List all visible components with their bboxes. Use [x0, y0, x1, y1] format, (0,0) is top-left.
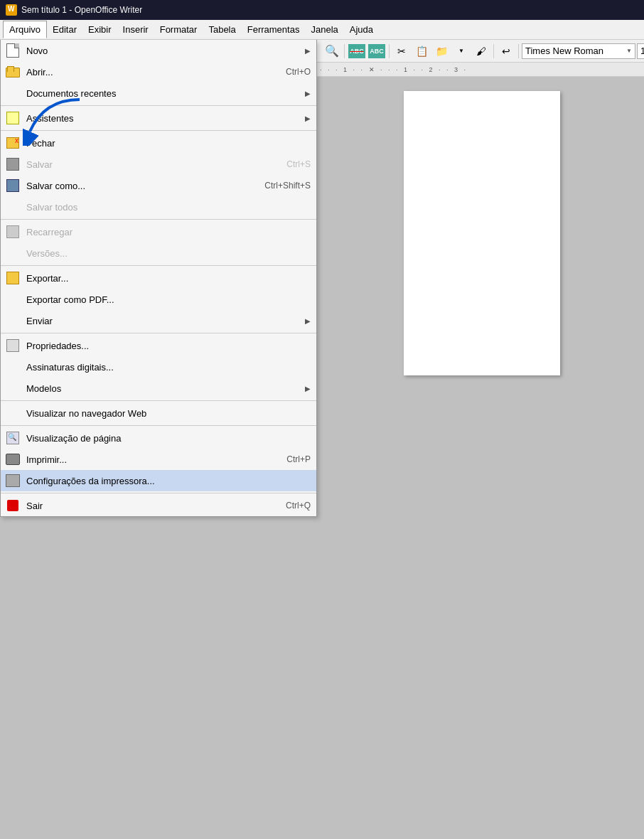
menu-item-novo[interactable]: Novo ▶ [1, 40, 316, 61]
paste-dropdown-button[interactable]: ▼ [452, 42, 471, 60]
recarregar-icon [4, 223, 22, 241]
toolbar-separator-2 [389, 44, 390, 58]
spellcheck2-icon: ABC [368, 44, 385, 58]
propriedades-icon [4, 336, 22, 355]
spellcheck2-button[interactable]: ABC [367, 42, 386, 60]
imprimir-label: Imprimir... [26, 454, 272, 465]
salvar-como-icon [4, 176, 22, 195]
menu-arquivo[interactable]: Arquivo [3, 21, 47, 38]
exportar-pdf-label: Exportar como PDF... [26, 294, 311, 305]
salvar-todos-label: Salvar todos [26, 202, 311, 213]
configuracoes-label: Configurações da impressora... [26, 476, 311, 486]
menu-exibir[interactable]: Exibir [82, 21, 117, 38]
app-icon [6, 4, 17, 16]
save-as-icon [6, 179, 19, 192]
sep-5 [1, 333, 316, 333]
menu-item-imprimir[interactable]: Imprimir... Ctrl+P [1, 449, 316, 470]
exportar-icon [4, 269, 22, 287]
menu-item-exportar-pdf[interactable]: Exportar como PDF... [1, 289, 316, 310]
paste-dropdown-icon: ▼ [458, 48, 464, 54]
abrir-shortcut: Ctrl+O [286, 67, 311, 77]
assistentes-icon [4, 109, 22, 127]
salvar-todos-icon [4, 198, 22, 216]
assinaturas-icon [4, 358, 22, 376]
salvar-como-shortcut: Ctrl+Shift+S [264, 181, 311, 191]
format-brush-button[interactable]: 🖌 [472, 42, 490, 60]
sep-6 [1, 400, 316, 401]
document-area [320, 77, 644, 839]
menu-item-web[interactable]: Visualizar no navegador Web [1, 402, 316, 424]
sep-2 [1, 130, 316, 131]
window-title: Sem título 1 - OpenOffice Writer [21, 5, 142, 15]
spellcheck1-button[interactable]: ABC [348, 42, 366, 60]
sair-shortcut: Ctrl+Q [286, 501, 311, 511]
font-size-value: 12 [640, 46, 644, 56]
assinaturas-label: Assinaturas digitais... [26, 362, 311, 373]
menu-item-salvar-todos: Salvar todos [1, 196, 316, 218]
format-brush-icon: 🖌 [476, 46, 486, 57]
close-doc-icon [6, 137, 19, 149]
menu-inserir[interactable]: Inserir [117, 21, 154, 38]
menu-item-preview[interactable]: Visualização de página [1, 427, 316, 449]
menu-item-fechar[interactable]: Fechar [1, 132, 316, 154]
enviar-label: Enviar [26, 316, 305, 326]
menu-item-recentes[interactable]: Documentos recentes ▶ [1, 82, 316, 104]
salvar-shortcut: Ctrl+S [286, 159, 311, 169]
fechar-icon [4, 134, 22, 152]
configuracoes-icon [4, 471, 22, 490]
cut-button[interactable]: ✂ [392, 42, 411, 60]
props-icon [6, 339, 19, 352]
undo-icon: ↩ [502, 46, 510, 57]
open-file-icon [6, 66, 20, 78]
menu-item-modelos[interactable]: Modelos ▶ [1, 378, 316, 399]
menu-janela[interactable]: Janela [305, 21, 343, 38]
fechar-label: Fechar [26, 138, 311, 149]
menu-item-assinaturas[interactable]: Assinaturas digitais... [1, 356, 316, 378]
sep-7 [1, 425, 316, 426]
undo-button[interactable]: ↩ [497, 42, 515, 60]
ruler-content: · · · 1 · · ✕ · · · 1 · · 2 · · 3 · [320, 63, 644, 76]
menu-formatar[interactable]: Formatar [154, 21, 203, 38]
copy-button[interactable]: 📋 [412, 42, 431, 60]
enviar-icon [4, 311, 22, 330]
menu-item-enviar[interactable]: Enviar ▶ [1, 310, 316, 331]
novo-label: Novo [26, 46, 305, 56]
abrir-label: Abrir... [26, 67, 272, 78]
document-page [404, 91, 560, 375]
sair-icon [4, 496, 22, 515]
menu-ferramentas[interactable]: Ferramentas [242, 21, 306, 38]
menu-tabela[interactable]: Tabela [203, 21, 241, 38]
menu-item-salvar-como[interactable]: Salvar como... Ctrl+Shift+S [1, 175, 316, 196]
menu-item-exportar[interactable]: Exportar... [1, 267, 316, 289]
imprimir-shortcut: Ctrl+P [286, 454, 311, 464]
recentes-label: Documentos recentes [26, 88, 305, 99]
menu-item-configuracoes[interactable]: Configurações da impressora... [1, 470, 316, 491]
menu-item-recarregar: Recarregar [1, 221, 316, 242]
menu-item-abrir[interactable]: Abrir... Ctrl+O [1, 61, 316, 82]
menu-ajuda[interactable]: Ajuda [344, 21, 379, 38]
menu-item-propriedades[interactable]: Propriedades... [1, 335, 316, 356]
imprimir-icon [4, 450, 22, 469]
export-icon [6, 272, 19, 284]
menu-item-salvar: Salvar Ctrl+S [1, 154, 316, 175]
recentes-arrow: ▶ [305, 90, 311, 97]
zoom-button[interactable]: 🔍 [323, 42, 341, 60]
font-size-dropdown[interactable]: 12 ▼ [637, 43, 644, 59]
menu-editar[interactable]: Editar [47, 21, 82, 38]
exportar-pdf-icon [4, 290, 22, 309]
menu-item-assistentes[interactable]: Assistentes ▶ [1, 107, 316, 129]
zoom-icon: 🔍 [325, 44, 339, 58]
exportar-label: Exportar... [26, 273, 311, 284]
versoes-icon [4, 244, 22, 262]
web-icon [4, 404, 22, 422]
modelos-label: Modelos [26, 383, 305, 394]
paste-icon: 📁 [436, 46, 448, 57]
versoes-label: Versões... [26, 248, 311, 259]
font-name-dropdown[interactable]: Times New Roman ▼ [522, 43, 635, 59]
novo-arrow: ▶ [305, 47, 311, 55]
menu-item-sair[interactable]: Sair Ctrl+Q [1, 495, 316, 516]
paste-button[interactable]: 📁 [432, 42, 451, 60]
menu-bar: Arquivo Editar Exibir Inserir Formatar T… [0, 20, 644, 40]
sep-8 [1, 493, 316, 493]
page-preview-icon [6, 432, 19, 444]
